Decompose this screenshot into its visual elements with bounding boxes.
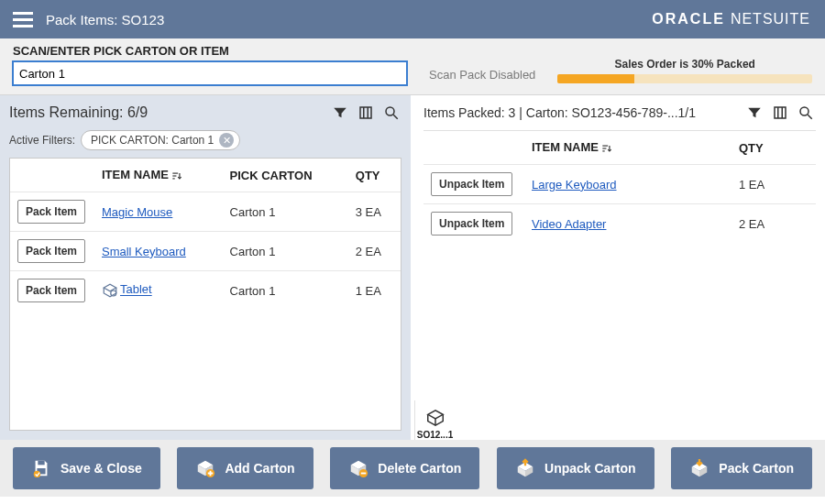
filter-icon[interactable] bbox=[330, 103, 350, 123]
qty-cell: 3 EA bbox=[348, 192, 401, 232]
sort-icon bbox=[600, 141, 613, 156]
col-action bbox=[424, 131, 524, 165]
progress-label: Sales Order is 30% Packed bbox=[557, 58, 812, 71]
action-footer: Save & Close Add Carton Delete Carton Un… bbox=[0, 440, 825, 497]
unpack-carton-button[interactable]: Unpack Carton bbox=[497, 447, 654, 489]
scan-input[interactable] bbox=[13, 61, 407, 85]
qty-cell: 1 EA bbox=[732, 165, 816, 204]
pack-item-button[interactable]: Pack Item bbox=[17, 200, 85, 224]
add-carton-button[interactable]: Add Carton bbox=[177, 447, 313, 489]
sort-icon bbox=[170, 169, 183, 183]
table-row: Pack ItemSmall KeyboardCarton 12 EA bbox=[10, 232, 401, 271]
item-link[interactable]: Tablet bbox=[120, 283, 152, 297]
svg-rect-22 bbox=[361, 473, 367, 475]
item-link[interactable]: Video Adapter bbox=[532, 217, 606, 231]
search-icon[interactable] bbox=[796, 103, 816, 123]
box-delete-icon bbox=[348, 458, 368, 478]
serial-icon bbox=[102, 282, 118, 299]
save-close-button[interactable]: Save & Close bbox=[13, 447, 160, 489]
box-add-icon bbox=[195, 458, 215, 478]
table-row: Unpack ItemVideo Adapter2 EA bbox=[424, 204, 816, 244]
svg-rect-17 bbox=[38, 461, 44, 466]
qty-cell: 1 EA bbox=[348, 271, 401, 311]
carton-tab-label[interactable]: SO12...1 bbox=[415, 430, 455, 440]
table-row: Unpack ItemLarge Keyboard1 EA bbox=[424, 165, 816, 204]
scan-row: SCAN/ENTER PICK CARTON OR ITEM Scan Pack… bbox=[0, 38, 825, 95]
unpack-item-button[interactable]: Unpack Item bbox=[431, 172, 512, 196]
filter-chip-text: PICK CARTON: Carton 1 bbox=[91, 134, 214, 147]
pack-carton-button[interactable]: Pack Carton bbox=[671, 447, 812, 489]
pick-carton-cell: Carton 1 bbox=[223, 232, 348, 271]
qty-cell: 2 EA bbox=[348, 232, 401, 271]
brand-oracle: ORACLE bbox=[652, 11, 725, 27]
box-unpack-icon bbox=[515, 458, 535, 478]
progress-bar bbox=[557, 74, 812, 83]
col-qty[interactable]: QTY bbox=[348, 159, 401, 192]
unpack-item-button[interactable]: Unpack Item bbox=[431, 212, 512, 236]
scan-label: SCAN/ENTER PICK CARTON OR ITEM bbox=[13, 44, 407, 58]
filter-chip: PICK CARTON: Carton 1 ✕ bbox=[81, 130, 240, 150]
items-remaining-pane: Items Remaining: 6/9 Active Filters: PIC… bbox=[0, 95, 414, 440]
item-link[interactable]: Small Keyboard bbox=[102, 245, 186, 258]
col-item-name[interactable]: ITEM NAME bbox=[94, 159, 223, 192]
menu-icon[interactable] bbox=[13, 12, 33, 27]
table-row: Pack ItemMagic MouseCarton 13 EA bbox=[10, 192, 401, 232]
svg-point-12 bbox=[800, 107, 808, 115]
progress-fill bbox=[557, 74, 633, 83]
svg-rect-0 bbox=[360, 107, 371, 118]
items-packed-table: ITEM NAME QTY Unpack ItemLarge Keyboard1… bbox=[424, 131, 816, 243]
carton-tab-icon[interactable] bbox=[425, 408, 446, 428]
search-icon[interactable] bbox=[381, 103, 402, 123]
brand-product: NETSUITE bbox=[731, 11, 810, 27]
filter-icon[interactable] bbox=[744, 103, 764, 123]
svg-line-4 bbox=[393, 115, 398, 119]
content-split: Items Remaining: 6/9 Active Filters: PIC… bbox=[0, 95, 825, 440]
pack-item-button[interactable]: Pack Item bbox=[17, 239, 85, 263]
svg-rect-9 bbox=[775, 107, 786, 118]
brand-logo: ORACLE NETSUITE bbox=[652, 0, 810, 38]
filter-chip-close-icon[interactable]: ✕ bbox=[219, 133, 234, 148]
col-item-name[interactable]: ITEM NAME bbox=[524, 131, 732, 165]
svg-line-13 bbox=[808, 115, 812, 119]
items-remaining-table: ITEM NAME PICK CARTON QTY Pack ItemMagic… bbox=[10, 159, 401, 310]
items-remaining-header: Items Remaining: 6/9 bbox=[9, 104, 324, 121]
svg-point-3 bbox=[386, 107, 394, 115]
item-link[interactable]: Large Keyboard bbox=[532, 178, 617, 192]
box-pack-icon bbox=[689, 458, 710, 478]
items-packed-header: Items Packed: 3 | Carton: SO123-456-789-… bbox=[424, 105, 739, 120]
pack-item-button[interactable]: Pack Item bbox=[17, 279, 85, 302]
pick-carton-cell: Carton 1 bbox=[223, 271, 348, 311]
app-bar: Pack Items: SO123 ORACLE NETSUITE bbox=[0, 0, 825, 38]
col-action bbox=[10, 159, 94, 192]
save-icon bbox=[31, 458, 51, 478]
col-pick-carton[interactable]: PICK CARTON bbox=[223, 159, 348, 192]
active-filters-label: Active Filters: bbox=[9, 134, 75, 147]
progress-block: Sales Order is 30% Packed bbox=[557, 58, 812, 85]
carton-tabs: SO12...1 bbox=[414, 400, 455, 440]
columns-icon[interactable] bbox=[356, 103, 376, 123]
page-title: Pack Items: SO123 bbox=[46, 12, 164, 27]
scan-disabled-text: Scan Pack Disabled bbox=[429, 68, 535, 85]
columns-icon[interactable] bbox=[770, 103, 790, 123]
items-packed-pane: Items Packed: 3 | Carton: SO123-456-789-… bbox=[414, 95, 825, 440]
qty-cell: 2 EA bbox=[732, 204, 816, 244]
delete-carton-button[interactable]: Delete Carton bbox=[330, 447, 479, 489]
col-qty[interactable]: QTY bbox=[732, 131, 816, 165]
item-link[interactable]: Magic Mouse bbox=[102, 205, 172, 219]
pick-carton-cell: Carton 1 bbox=[223, 192, 348, 232]
table-row: Pack ItemTabletCarton 11 EA bbox=[10, 271, 401, 311]
